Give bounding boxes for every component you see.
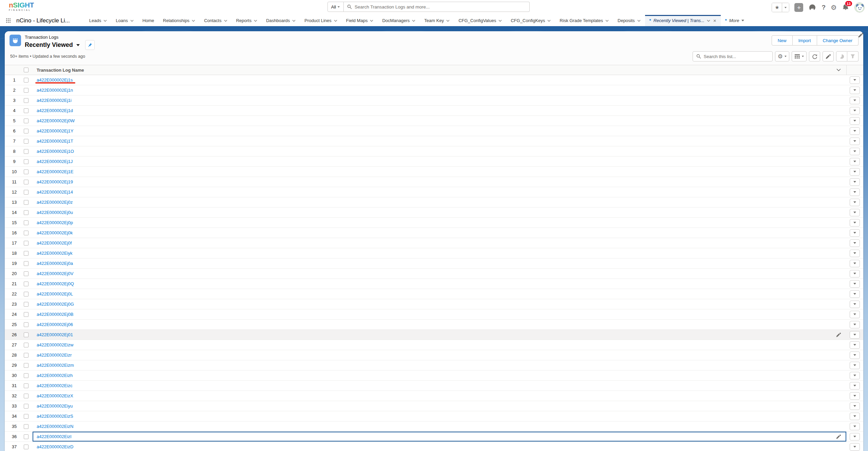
record-link[interactable]: a422E000002Ej0p: [37, 220, 73, 225]
table-row[interactable]: 24a422E000002Ej0B: [5, 309, 863, 320]
record-link[interactable]: a422E000002Ej1s: [37, 77, 73, 83]
record-link[interactable]: a422E000002Ej0B: [37, 312, 73, 317]
row-checkbox[interactable]: [24, 383, 29, 388]
row-checkbox[interactable]: [24, 353, 29, 358]
record-link[interactable]: a422E000002Eizw: [37, 342, 73, 347]
table-row[interactable]: 25a422E000002Ej06: [5, 320, 863, 330]
favorites-menu-button[interactable]: [782, 3, 789, 12]
table-row[interactable]: 1a422E000002Ej1s: [5, 75, 863, 85]
record-link[interactable]: a422E000002Ej1d: [37, 108, 73, 113]
row-checkbox[interactable]: [24, 292, 29, 296]
row-checkbox[interactable]: [24, 210, 29, 215]
column-chevron-icon[interactable]: [836, 69, 841, 71]
table-row[interactable]: 31a422E000002Eizc: [5, 381, 863, 391]
record-link[interactable]: a422E000002Ej0Q: [37, 281, 74, 286]
import-button[interactable]: Import: [793, 35, 817, 46]
row-actions-button[interactable]: [850, 107, 860, 114]
tab-more[interactable]: * More: [721, 15, 749, 26]
user-avatar[interactable]: [854, 2, 865, 13]
row-actions-button[interactable]: [850, 97, 860, 104]
table-row[interactable]: 15a422E000002Ej0p: [5, 218, 863, 228]
row-actions-button[interactable]: [850, 148, 860, 155]
table-row[interactable]: 35a422E000002EizN: [5, 421, 863, 432]
row-checkbox[interactable]: [24, 231, 29, 235]
edit-page-pencil-icon[interactable]: [858, 33, 863, 39]
table-row[interactable]: 2a422E000002Ej1n: [5, 85, 863, 95]
record-link[interactable]: a422E000002Ej0z: [37, 200, 73, 205]
row-actions-button[interactable]: [850, 219, 860, 227]
charts-button[interactable]: [836, 51, 847, 61]
table-row[interactable]: 34a422E000002EizS: [5, 411, 863, 421]
app-name[interactable]: nCino - Lifecycle Li...: [16, 15, 85, 26]
record-link[interactable]: a422E000002Ej0L: [37, 291, 73, 296]
table-row[interactable]: 20a422E000002Ej0V: [5, 269, 863, 279]
record-link[interactable]: a422E000002Eiyu: [37, 403, 73, 409]
row-checkbox[interactable]: [24, 78, 29, 83]
record-link[interactable]: a422E000002Eizm: [37, 363, 74, 368]
tab-leads[interactable]: Leads: [85, 15, 111, 26]
record-link[interactable]: a422E000002Ej1i: [37, 98, 72, 103]
row-checkbox[interactable]: [24, 139, 29, 144]
record-link[interactable]: a422E000002Ej0V: [37, 271, 73, 276]
row-actions-button[interactable]: [850, 239, 860, 247]
record-link[interactable]: a422E000002Ej1E: [37, 169, 73, 174]
table-row[interactable]: 23a422E000002Ej0G: [5, 299, 863, 309]
row-checkbox[interactable]: [24, 149, 29, 154]
global-actions-button[interactable]: +: [794, 3, 803, 12]
row-actions-button[interactable]: [850, 260, 860, 267]
filters-button[interactable]: [847, 51, 858, 61]
table-row[interactable]: 36a422E000002EizI: [5, 432, 863, 442]
edit-cell-pencil-icon[interactable]: [836, 434, 841, 439]
record-link[interactable]: a422E000002Ej0k: [37, 230, 73, 235]
row-checkbox[interactable]: [24, 322, 29, 327]
tab-recently-viewed-trans[interactable]: *Recently Viewed | Trans...×: [645, 15, 721, 26]
row-actions-button[interactable]: [850, 341, 860, 349]
row-actions-button[interactable]: [850, 362, 860, 369]
table-row[interactable]: 37a422E000002EizD: [5, 442, 863, 451]
record-link[interactable]: a422E000002Ej1J: [37, 159, 73, 164]
row-actions-button[interactable]: [850, 250, 860, 257]
row-checkbox[interactable]: [24, 190, 29, 195]
list-search-input[interactable]: [704, 54, 769, 59]
table-row[interactable]: 12a422E000002Ej14: [5, 187, 863, 197]
row-actions-button[interactable]: [850, 423, 860, 430]
table-row[interactable]: 26a422E000002Ej01: [5, 330, 863, 340]
record-link[interactable]: a422E000002Eizc: [37, 383, 73, 388]
table-row[interactable]: 19a422E000002Ej0a: [5, 258, 863, 269]
table-row[interactable]: 6a422E000002Ej1Y: [5, 126, 863, 136]
row-actions-button[interactable]: [850, 321, 860, 328]
row-checkbox[interactable]: [24, 394, 29, 398]
table-row[interactable]: 9a422E000002Ej1J: [5, 157, 863, 167]
row-checkbox[interactable]: [24, 108, 29, 113]
row-actions-button[interactable]: [850, 87, 860, 94]
table-row[interactable]: 3a422E000002Ej1i: [5, 95, 863, 106]
row-checkbox[interactable]: [24, 424, 29, 429]
record-link[interactable]: a422E000002Ej0a: [37, 261, 73, 266]
tab-risk-grade-templates[interactable]: Risk Grade Templates: [555, 15, 613, 26]
app-launcher-icon[interactable]: [0, 15, 16, 26]
row-checkbox[interactable]: [24, 261, 29, 266]
column-header-transaction-log-name[interactable]: Transaction Log Name: [37, 68, 84, 73]
row-actions-button[interactable]: [850, 392, 860, 400]
row-checkbox[interactable]: [24, 129, 29, 133]
row-checkbox[interactable]: [24, 159, 29, 164]
row-actions-button[interactable]: [850, 158, 860, 165]
tab-contacts[interactable]: Contacts: [200, 15, 231, 26]
table-row[interactable]: 30a422E000002Eizh: [5, 371, 863, 381]
change-owner-button[interactable]: Change Owner: [817, 35, 858, 46]
setup-gear-icon[interactable]: ⚙: [831, 3, 837, 12]
record-link[interactable]: a422E000002Ej14: [37, 190, 73, 195]
tab-team-key[interactable]: Team Key: [420, 15, 454, 26]
row-actions-button[interactable]: [850, 301, 860, 308]
row-actions-button[interactable]: [850, 351, 860, 359]
row-checkbox[interactable]: [24, 98, 29, 103]
row-actions-button[interactable]: [850, 382, 860, 390]
row-checkbox[interactable]: [24, 241, 29, 246]
row-checkbox[interactable]: [24, 88, 29, 93]
table-row[interactable]: 22a422E000002Ej0L: [5, 289, 863, 299]
new-button[interactable]: New: [772, 35, 793, 46]
help-icon[interactable]: ?: [822, 4, 826, 11]
table-row[interactable]: 11a422E000002Ej19: [5, 177, 863, 187]
trailhead-icon[interactable]: [808, 3, 816, 12]
list-view-selector-caret[interactable]: [76, 44, 80, 46]
